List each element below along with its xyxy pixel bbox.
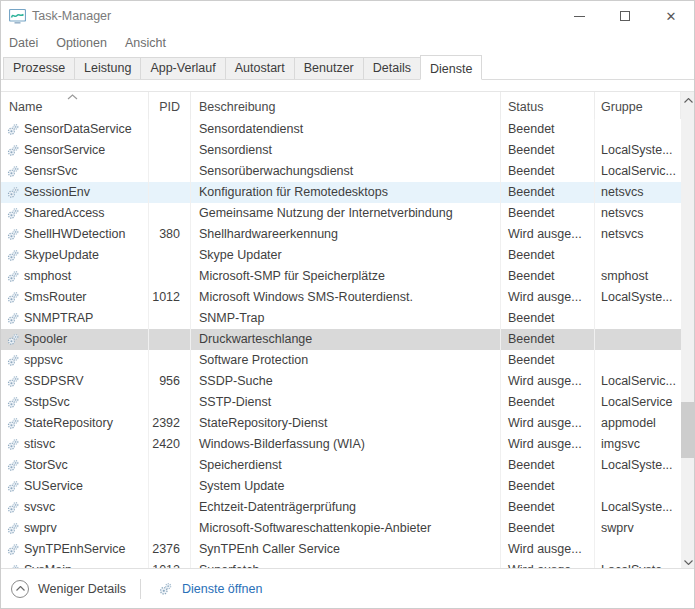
service-row[interactable]: swprv Microsoft-Softwareschattenkopie-An… [1,518,681,539]
minimize-button[interactable] [556,1,602,31]
service-description: Windows-Bilderfassung (WIA) [191,434,501,455]
service-row[interactable]: SmsRouter 1012 Microsoft Windows SMS-Rou… [1,287,681,308]
service-description: Microsoft Windows SMS-Routerdienst. [191,287,501,308]
tab-benutzer[interactable]: Benutzer [294,57,364,79]
window-title: Task-Manager [32,1,111,31]
service-status: Beendet [501,455,595,476]
service-group: LocalServic... [595,371,681,392]
menu-item-ansicht[interactable]: Ansicht [116,33,175,53]
tab-app-verlauf[interactable]: App-Verlauf [140,57,225,79]
service-status: Beendet [501,518,595,539]
service-row[interactable]: SUService System Update Beendet [1,476,681,497]
task-manager-icon [9,8,26,25]
close-button[interactable]: ✕ [648,1,694,31]
service-row[interactable]: SensorDataService Sensordatendienst Been… [1,119,681,140]
service-group: LocalSyste... [595,287,681,308]
service-rows: SensorDataService Sensordatendienst Been… [1,119,681,570]
column-header-pid[interactable]: PID [149,92,191,119]
tab-leistung[interactable]: Leistung [74,57,141,79]
service-description: Speicherdienst [191,455,501,476]
service-gears-icon [7,438,20,451]
service-gears-icon [7,144,20,157]
maximize-icon [620,11,630,21]
service-name-cell: Spooler [1,329,149,350]
tab-dienste[interactable]: Dienste [420,55,482,80]
service-status: Beendet [501,203,595,224]
service-name: SharedAccess [24,203,105,224]
service-status: Beendet [501,476,595,497]
task-manager-window: Task-Manager ✕ DateiOptionenAnsicht Proz… [0,0,695,609]
scroll-up-button[interactable] [681,92,695,109]
title-bar: Task-Manager ✕ [1,1,694,31]
service-name-cell: SmsRouter [1,287,149,308]
scrollbar-thumb[interactable] [681,402,695,458]
service-name: smphost [24,266,71,287]
service-description: Sensordatendienst [191,119,501,140]
service-gears-icon [7,186,20,199]
service-row[interactable]: StorSvc Speicherdienst Beendet LocalSyst… [1,455,681,476]
service-group: smphost [595,266,681,287]
service-pid [149,350,191,371]
chevron-up-icon [16,586,25,591]
less-details-button[interactable]: Weniger Details [11,580,126,598]
tab-details[interactable]: Details [363,57,421,79]
service-row[interactable]: svsvc Echtzeit-Datenträgerprüfung Beende… [1,497,681,518]
service-pid [149,203,191,224]
service-row[interactable]: stisvc 2420 Windows-Bilderfassung (WIA) … [1,434,681,455]
service-name-cell: SensorDataService [1,119,149,140]
open-services-link[interactable]: Dienste öffnen [153,582,262,596]
service-row[interactable]: SensrSvc Sensorüberwachungsdienst Beende… [1,161,681,182]
service-row[interactable]: StateRepository 2392 StateRepository-Die… [1,413,681,434]
service-row[interactable]: SensorService Sensordienst Beendet Local… [1,140,681,161]
service-gears-icon [7,291,20,304]
service-row[interactable]: ShellHWDetection 380 Shellhardwareerkenn… [1,224,681,245]
service-pid [149,245,191,266]
service-gears-icon [7,543,20,556]
menu-item-datei[interactable]: Datei [9,33,47,53]
service-row[interactable]: SynTPEnhService 2376 SynTPEnh Caller Ser… [1,539,681,560]
column-header-description[interactable]: Beschreibung [191,92,501,119]
column-header-status[interactable]: Status [501,92,595,119]
service-row[interactable]: SSDPSRV 956 SSDP-Suche Wird ausge... Loc… [1,371,681,392]
service-pid: 2376 [149,539,191,560]
service-group: swprv [595,518,681,539]
service-group: LocalServic... [595,161,681,182]
column-header-name[interactable]: Name [1,92,149,119]
service-row[interactable]: SstpSvc SSTP-Dienst Beendet LocalService [1,392,681,413]
service-name-cell: SensrSvc [1,161,149,182]
service-name-cell: SstpSvc [1,392,149,413]
service-gears-icon [7,207,20,220]
service-group: LocalSyste... [595,455,681,476]
service-pid [149,518,191,539]
service-pid [149,308,191,329]
window-controls: ✕ [556,1,694,31]
service-row[interactable]: SNMPTRAP SNMP-Trap Beendet [1,308,681,329]
service-status: Beendet [501,329,595,350]
sort-ascending-icon [67,94,78,100]
service-row[interactable]: SkypeUpdate Skype Updater Beendet [1,245,681,266]
menu-item-optionen[interactable]: Optionen [47,33,116,53]
service-row[interactable]: Spooler Druckwarteschlange Beendet [1,329,681,350]
service-gears-icon [7,312,20,325]
service-name-cell: SUService [1,476,149,497]
service-pid [149,182,191,203]
maximize-button[interactable] [602,1,648,31]
service-name: stisvc [24,434,55,455]
service-gears-icon [7,270,20,283]
service-row[interactable]: sppsvc Software Protection Beendet [1,350,681,371]
service-gears-icon [7,354,20,367]
service-row[interactable]: SessionEnv Konfiguration für Remotedeskt… [1,182,681,203]
service-name: SSDPSRV [24,371,84,392]
tab-prozesse[interactable]: Prozesse [3,57,75,79]
service-description: Konfiguration für Remotedesktops [191,182,501,203]
service-name: sppsvc [24,350,63,371]
close-icon: ✕ [666,10,677,23]
tab-autostart[interactable]: Autostart [225,57,295,79]
column-header-group[interactable]: Gruppe [595,92,681,119]
service-row[interactable]: SharedAccess Gemeinsame Nutzung der Inte… [1,203,681,224]
service-group: netsvcs [595,203,681,224]
vertical-scrollbar[interactable] [681,92,695,570]
service-row[interactable]: smphost Microsoft-SMP für Speicherplätze… [1,266,681,287]
service-group [595,539,681,560]
service-group [595,245,681,266]
